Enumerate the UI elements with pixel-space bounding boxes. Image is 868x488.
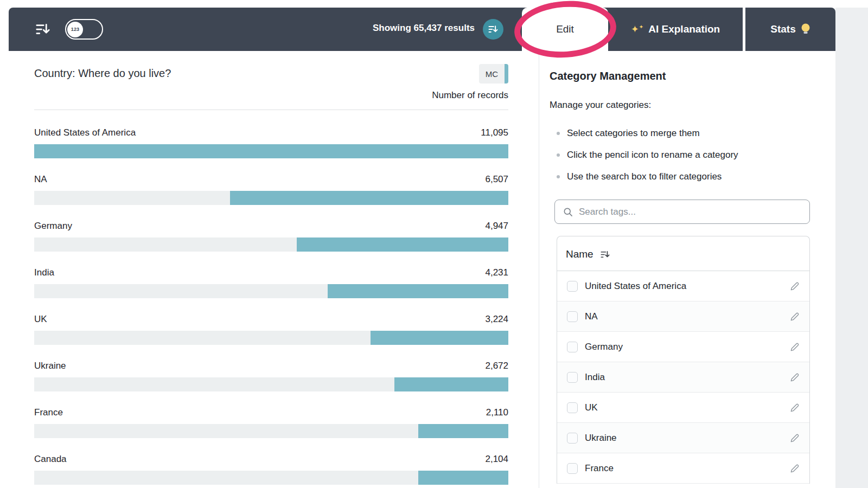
pencil-icon[interactable] (789, 371, 801, 383)
badge-accent-strip (505, 64, 508, 84)
category-name: Germany (585, 342, 782, 352)
chart-rows: United States of America 11,095 NA 6,507… (34, 126, 508, 485)
sort-descending-button[interactable] (34, 20, 52, 38)
category-row[interactable]: France (557, 453, 809, 484)
bar-track[interactable] (34, 144, 508, 158)
category-name: Ukraine (585, 433, 782, 444)
category-label: India (34, 266, 54, 279)
chart-row: Ukraine 2,672 (34, 359, 508, 391)
results-count: Showing 65,437 results (373, 23, 475, 34)
category-name: United States of America (585, 281, 782, 292)
pencil-icon[interactable] (789, 402, 801, 414)
chart-row: United States of America 11,095 (34, 126, 508, 158)
bar-track[interactable] (34, 284, 508, 298)
chart-row: Germany 4,947 (34, 220, 508, 252)
category-row[interactable]: India (557, 362, 809, 393)
category-row[interactable]: Ukraine (557, 423, 809, 453)
bar-track[interactable] (34, 377, 508, 391)
sort-descending-icon (488, 24, 499, 35)
instruction-text: Select categories to merge them (567, 127, 700, 140)
category-label: NA (34, 173, 47, 186)
category-table-header: Name (557, 236, 809, 271)
category-management-panel: Category Management Manage your categori… (539, 51, 835, 488)
category-row[interactable]: UK (557, 393, 809, 423)
bullet-dot (557, 175, 560, 178)
category-value: 2,110 (486, 406, 508, 419)
tab-ai-explanation[interactable]: ✦✦ AI Explanation (608, 8, 743, 51)
pencil-icon[interactable] (789, 432, 801, 444)
category-value: 4,231 (485, 266, 508, 279)
bar-fill (394, 377, 508, 391)
category-name: UK (585, 402, 782, 413)
category-table: Name United States of America NA Germany (557, 236, 810, 484)
search-tags-box (554, 200, 810, 224)
checkbox[interactable] (567, 372, 578, 383)
category-row[interactable]: Germany (557, 332, 809, 362)
chart-row: India 4,231 (34, 266, 508, 298)
category-value: 6,507 (485, 173, 508, 186)
chart-divider (34, 110, 508, 110)
question-type-label: MC (479, 64, 505, 84)
checkbox[interactable] (567, 281, 578, 292)
bar-fill (418, 471, 508, 485)
checkbox[interactable] (567, 342, 578, 352)
tab-stats-label: Stats (770, 23, 795, 35)
category-value: 2,672 (485, 359, 508, 373)
instruction-item: Click the pencil icon to rename a catego… (550, 149, 810, 162)
tab-edit[interactable]: Edit (522, 8, 608, 51)
bar-track[interactable] (34, 237, 508, 252)
bar-track[interactable] (34, 471, 508, 485)
sort-descending-icon[interactable] (600, 249, 610, 260)
numeric-mode-knob: 123 (67, 22, 83, 37)
chart-row: UK 3,224 (34, 313, 508, 345)
instruction-item: Select categories to merge them (550, 127, 810, 140)
question-title: Country: Where do you live? (34, 67, 171, 79)
bar-fill (371, 331, 508, 345)
instruction-item: Use the search box to filter categories (550, 170, 810, 183)
panel-title: Category Management (550, 68, 810, 84)
chart-row: NA 6,507 (34, 173, 508, 205)
category-label: France (34, 406, 63, 419)
category-name: France (585, 463, 782, 474)
instruction-text: Use the search box to filter categories (567, 170, 722, 183)
checkbox[interactable] (567, 402, 578, 413)
pencil-icon[interactable] (789, 463, 801, 474)
page-gutter (835, 8, 868, 488)
bar-fill (230, 191, 508, 205)
category-value: 11,095 (481, 126, 508, 139)
pencil-icon[interactable] (789, 341, 801, 353)
tab-stats[interactable]: Stats (745, 8, 835, 51)
category-value: 2,104 (485, 453, 508, 466)
bar-track[interactable] (34, 331, 508, 345)
instruction-text: Click the pencil icon to rename a catego… (567, 149, 738, 162)
bar-fill (297, 237, 508, 252)
tab-ai-explanation-label: AI Explanation (648, 23, 720, 35)
bar-track[interactable] (34, 424, 508, 438)
checkbox[interactable] (567, 433, 578, 444)
bullet-dot (557, 132, 560, 135)
search-input[interactable] (579, 207, 802, 217)
pencil-icon[interactable] (789, 311, 801, 323)
numeric-mode-toggle[interactable]: 123 (65, 19, 103, 40)
name-column-header: Name (566, 248, 593, 260)
category-name: India (585, 372, 782, 383)
bar-track[interactable] (34, 191, 508, 205)
lightbulb-icon (801, 23, 810, 36)
category-row[interactable]: NA (557, 301, 809, 332)
sort-results-button[interactable] (483, 19, 503, 40)
instructions-list: Select categories to merge them Click th… (550, 127, 810, 183)
category-row[interactable]: United States of America (557, 271, 809, 301)
chart-row: Canada 2,104 (34, 453, 508, 485)
top-toolbar: 123 Showing 65,437 results Edit ✦✦ AI Ex… (9, 8, 835, 51)
category-label: Germany (34, 220, 72, 233)
checkbox[interactable] (567, 463, 578, 474)
sparkles-icon: ✦✦ (631, 24, 643, 34)
category-name: NA (585, 311, 782, 322)
panel-intro: Manage your categories: (550, 100, 810, 111)
pencil-icon[interactable] (789, 280, 801, 292)
category-label: Canada (34, 453, 67, 466)
checkbox[interactable] (567, 311, 578, 322)
category-value: 4,947 (485, 220, 508, 233)
category-label: United States of America (34, 126, 136, 139)
bullet-dot (557, 153, 560, 157)
